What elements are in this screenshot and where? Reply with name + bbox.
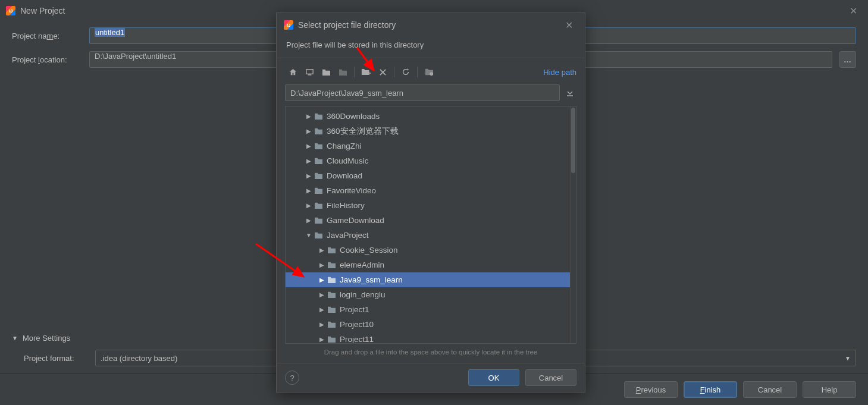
tree-item[interactable]: ▶Java9_ssm_learn xyxy=(286,272,570,287)
tree-item[interactable]: ▶ChangZhi xyxy=(286,139,570,153)
chevron-down-icon[interactable]: ▼ xyxy=(305,232,313,238)
refresh-icon[interactable] xyxy=(398,64,413,80)
folder-icon xyxy=(314,157,323,165)
previous-button[interactable]: Previous xyxy=(624,381,678,398)
ok-button[interactable]: OK xyxy=(468,369,519,386)
svg-point-2 xyxy=(430,72,433,76)
tree-item[interactable]: ▶Project1 xyxy=(286,302,570,317)
tree-item-label: FavoriteVideo xyxy=(327,186,376,195)
chevron-down-icon: ▼ xyxy=(845,355,851,362)
tree-item-label: 360Downloads xyxy=(327,112,380,121)
separator xyxy=(354,67,355,77)
tree-item[interactable]: ▼JavaProject xyxy=(286,228,570,243)
chevron-right-icon[interactable]: ▶ xyxy=(305,187,313,194)
chevron-right-icon[interactable]: ▶ xyxy=(305,202,313,209)
chevron-right-icon[interactable]: ▶ xyxy=(318,247,326,253)
chevron-right-icon[interactable]: ▶ xyxy=(305,128,313,134)
label-project-name: Project name: xyxy=(12,32,82,40)
chevron-right-icon[interactable]: ▶ xyxy=(305,217,313,224)
inner-footer: ? OK Cancel xyxy=(277,363,585,392)
tree-item[interactable]: ▶Project10 xyxy=(286,317,570,332)
chevron-right-icon[interactable]: ▶ xyxy=(305,143,313,149)
folder-icon xyxy=(327,276,336,284)
scroll-thumb[interactable] xyxy=(571,108,575,173)
help-button[interactable]: Help xyxy=(803,381,856,398)
tree-item[interactable]: ▶FavoriteVideo xyxy=(286,183,570,198)
help-icon[interactable]: ? xyxy=(285,371,299,385)
cancel-button[interactable]: Cancel xyxy=(743,381,797,398)
inner-subtitle: Project file will be stored in this dire… xyxy=(277,37,585,58)
tree-item[interactable]: ▶login_denglu xyxy=(286,287,570,302)
delete-icon[interactable] xyxy=(375,64,390,80)
tree-item[interactable]: ▶Download xyxy=(286,168,570,183)
chevron-right-icon[interactable]: ▶ xyxy=(318,321,326,328)
separator xyxy=(394,67,394,77)
folder-icon xyxy=(327,246,336,254)
folder-icon xyxy=(314,231,323,239)
folder-icon xyxy=(314,142,323,150)
cancel-button[interactable]: Cancel xyxy=(525,369,576,386)
tree-item-label: elemeAdmin xyxy=(340,260,384,269)
scrollbar[interactable] xyxy=(570,106,576,343)
tree-item-label: GameDownload xyxy=(327,216,384,225)
history-dropdown-icon[interactable] xyxy=(563,84,576,101)
home-icon[interactable] xyxy=(285,64,300,80)
tree-item[interactable]: ▶GameDownload xyxy=(286,213,570,228)
project-format-value: .idea (directory based) xyxy=(101,354,177,363)
tree-item[interactable]: ▶Cookie_Session xyxy=(286,243,570,258)
tree-item[interactable]: ▶360Downloads xyxy=(286,109,570,124)
chevron-right-icon[interactable]: ▶ xyxy=(305,172,313,179)
folder-icon xyxy=(327,261,336,269)
hide-path-link[interactable]: Hide path xyxy=(543,68,576,77)
show-hidden-icon[interactable] xyxy=(421,64,437,80)
tree-item[interactable]: ▶CloudMusic xyxy=(286,153,570,168)
tree-item[interactable]: ▶Project11 xyxy=(286,332,570,343)
svg-rect-1 xyxy=(308,74,311,75)
svg-rect-0 xyxy=(306,69,312,74)
chevron-right-icon[interactable]: ▶ xyxy=(305,113,313,120)
folder-icon xyxy=(314,112,323,120)
intellij-icon xyxy=(6,6,15,15)
tree-item-label: ChangZhi xyxy=(327,142,362,150)
close-icon[interactable]: ✕ xyxy=(845,3,862,19)
toolbar: Hide path xyxy=(285,64,576,80)
separator xyxy=(417,67,418,77)
select-directory-dialog: Select project file directory ✕ Project … xyxy=(276,12,585,393)
more-settings-label: More Settings xyxy=(23,334,70,343)
folder-icon xyxy=(314,187,323,194)
tree-item-label: Project10 xyxy=(340,320,374,329)
folder-icon xyxy=(314,202,323,209)
chevron-right-icon[interactable]: ▶ xyxy=(318,262,326,268)
chevron-right-icon[interactable]: ▶ xyxy=(318,336,326,343)
tree-item-label: Cookie_Session xyxy=(340,246,398,255)
tree-item[interactable]: ▶360安全浏览器下载 xyxy=(286,124,570,139)
finish-button[interactable]: Finish xyxy=(684,381,737,398)
chevron-right-icon[interactable]: ▶ xyxy=(318,291,326,298)
path-input[interactable] xyxy=(285,84,560,101)
desktop-icon[interactable] xyxy=(302,64,317,80)
folder-icon xyxy=(327,335,336,343)
tree-item[interactable]: ▶elemeAdmin xyxy=(286,258,570,272)
new-folder-icon[interactable] xyxy=(358,64,374,80)
project-root-icon[interactable] xyxy=(318,64,334,80)
chevron-right-icon[interactable]: ▶ xyxy=(318,277,326,283)
browse-button[interactable]: … xyxy=(839,51,856,68)
tree-item-label: Download xyxy=(327,171,362,180)
inner-content: Hide path ▶360Downloads▶360安全浏览器下载▶Chang… xyxy=(277,58,585,363)
tree-item-label: Project11 xyxy=(340,335,374,343)
directory-tree[interactable]: ▶360Downloads▶360安全浏览器下载▶ChangZhi▶CloudM… xyxy=(286,106,570,343)
chevron-right-icon[interactable]: ▶ xyxy=(318,306,326,313)
chevron-right-icon[interactable]: ▶ xyxy=(305,158,313,164)
label-project-format: Project format: xyxy=(24,354,88,363)
tree-item[interactable]: ▶FileHistory xyxy=(286,198,570,213)
close-icon[interactable]: ✕ xyxy=(560,17,578,33)
folder-icon xyxy=(314,127,323,135)
path-row xyxy=(285,84,576,101)
tree-item-label: 360安全浏览器下载 xyxy=(327,126,399,137)
inner-title: Select project file directory xyxy=(298,20,396,30)
folder-icon xyxy=(314,172,323,180)
drag-hint: Drag and drop a file into the space abov… xyxy=(285,344,576,363)
outer-title: New Project xyxy=(20,6,65,15)
tree-item-label: JavaProject xyxy=(327,231,369,240)
folder-icon xyxy=(327,306,336,313)
